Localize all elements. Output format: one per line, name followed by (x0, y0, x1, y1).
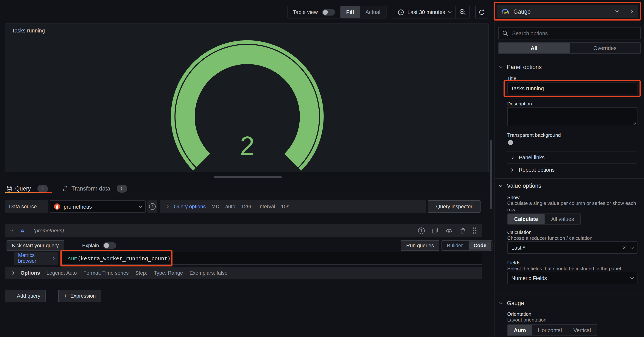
title-input[interactable] (507, 82, 637, 94)
calculation-select[interactable]: Last * × (507, 242, 637, 254)
query-ref-id: A (20, 227, 24, 234)
gauge-visualization: 2 (161, 39, 334, 173)
fields-description: Select the fields that should be include… (507, 265, 621, 272)
query-expression-editor[interactable]: sum(kestra_worker_running_count) (62, 252, 482, 265)
viz-picker[interactable]: 79 Gauge (496, 5, 638, 18)
chevron-right-icon (510, 156, 514, 159)
repeat-options-label: Repeat options (519, 167, 554, 173)
repeat-options-header[interactable]: Repeat options (510, 167, 554, 173)
calculation-label: Calculation (507, 230, 532, 235)
query-options-collapsed-row[interactable]: Options Legend: Auto Format: Time series… (5, 267, 482, 279)
fields-label: Fields (507, 260, 520, 266)
orientation-auto-option[interactable]: Auto (508, 325, 532, 335)
add-query-label: Add query (17, 293, 40, 299)
time-picker-group: Last 30 minutes (392, 6, 470, 18)
orientation-label: Orientation (507, 311, 531, 317)
chevron-down-icon (630, 245, 634, 249)
table-view-toggle[interactable] (322, 9, 335, 15)
clear-icon[interactable]: × (622, 244, 626, 251)
orientation-vertical-option[interactable]: Vertical (568, 325, 596, 335)
all-values-option[interactable]: All values (544, 214, 580, 224)
grafana-panel-editor: Table view Fill Actual Last 30 minutes (0, 0, 644, 337)
tab-transform-data[interactable]: Transform data 0 (62, 184, 128, 193)
divider (507, 164, 636, 164)
orientation-horizontal-option[interactable]: Horizontal (532, 325, 568, 335)
value-options-header[interactable]: Value options (500, 182, 541, 189)
orientation-description: Layout orientation (507, 316, 546, 323)
code-option[interactable]: Code (468, 242, 491, 250)
step-summary: Step: (135, 270, 147, 276)
query-options-row[interactable]: Query options MD = auto = 1296 Interval … (160, 200, 426, 213)
gauge-value: 2 (240, 131, 254, 160)
add-expression-button[interactable]: + Expression (58, 290, 101, 302)
builder-option[interactable]: Builder (442, 240, 468, 250)
datasource-label-box: Data source (5, 200, 48, 213)
query-inspector-button[interactable]: Query inspector (428, 200, 481, 213)
drag-handle-icon[interactable] (473, 228, 476, 234)
pane-splitter-handle[interactable] (214, 176, 282, 178)
table-view-control: Table view (288, 6, 340, 18)
builder-code-switch: Builder Code (442, 240, 492, 251)
show-label: Show (507, 194, 520, 200)
description-label: Description (507, 101, 532, 107)
viz-picker-label: Gauge (513, 8, 616, 14)
panel-links-header[interactable]: Panel links (510, 154, 544, 160)
resize-handle-icon[interactable] (632, 121, 636, 125)
chevron-down-icon (448, 10, 452, 13)
tab-overrides[interactable]: Overrides (570, 43, 640, 53)
table-view-label: Table view (293, 9, 318, 15)
divider (0, 193, 493, 193)
kick-start-label: Kick start your query (12, 242, 59, 248)
metrics-browser-button[interactable]: Metrics browser (14, 252, 58, 265)
transform-count-badge: 0 (117, 184, 128, 192)
kick-start-query-button[interactable]: Kick start your query (6, 240, 64, 251)
datasource-label: Data source (9, 204, 36, 209)
collapse-options-pane-button[interactable] (624, 5, 638, 18)
panel-options-header[interactable]: Panel options (500, 64, 542, 70)
interval-text: Interval = 15s (258, 204, 289, 209)
actual-option[interactable]: Actual (360, 6, 386, 18)
query-datasource-hint: (prometheus) (34, 228, 64, 234)
transparent-background-label: Transparent background (507, 132, 561, 138)
time-range-button[interactable]: Last 30 minutes (393, 6, 456, 18)
collapse-query-icon[interactable] (10, 228, 14, 232)
gauge-options-header[interactable]: Gauge (500, 300, 524, 306)
active-tab-underline (5, 192, 52, 193)
section-divider (495, 178, 644, 178)
exemplars-summary: Exemplars: false (190, 270, 227, 276)
fill-actual-switch: Fill Actual (340, 6, 386, 18)
tab-transform-label: Transform data (72, 185, 110, 192)
description-textarea[interactable] (507, 107, 637, 126)
query-row-header[interactable]: A (prometheus) ? (5, 224, 482, 237)
chevron-right-icon (11, 271, 14, 275)
search-options-box[interactable] (498, 27, 641, 39)
datasource-help-button[interactable]: ? (148, 200, 157, 213)
tab-query-label: Query (15, 185, 31, 192)
chevron-down-icon (139, 204, 142, 208)
calculate-option[interactable]: Calculate (508, 214, 545, 224)
refresh-button[interactable] (475, 6, 488, 18)
eye-icon[interactable] (446, 228, 452, 233)
trash-icon[interactable] (460, 228, 465, 234)
help-icon: ? (149, 203, 156, 210)
clock-icon (398, 9, 404, 15)
fields-select[interactable]: Numeric Fields (507, 272, 637, 284)
panel-links-label: Panel links (519, 154, 544, 160)
add-query-button[interactable]: + Add query (5, 290, 46, 302)
explain-toggle[interactable] (103, 242, 116, 249)
datasource-value: prometheus (64, 204, 136, 210)
tab-all[interactable]: All (498, 43, 570, 53)
expression-function: sum (68, 255, 78, 261)
title-label: Title (507, 76, 516, 81)
datasource-picker[interactable]: prometheus (50, 200, 146, 213)
zoom-out-button[interactable] (456, 6, 470, 18)
explain-label: Explain (82, 242, 99, 248)
max-data-points-text: MD = auto = 1296 (212, 204, 252, 209)
fill-option[interactable]: Fill (340, 6, 360, 18)
chevron-down-icon (499, 183, 502, 187)
search-options-input[interactable] (511, 30, 636, 37)
scrollbar-thumb[interactable] (490, 140, 492, 209)
query-help-icon[interactable]: ? (418, 227, 425, 234)
duplicate-query-icon[interactable] (432, 228, 438, 234)
run-queries-button[interactable]: Run queries (401, 240, 439, 251)
